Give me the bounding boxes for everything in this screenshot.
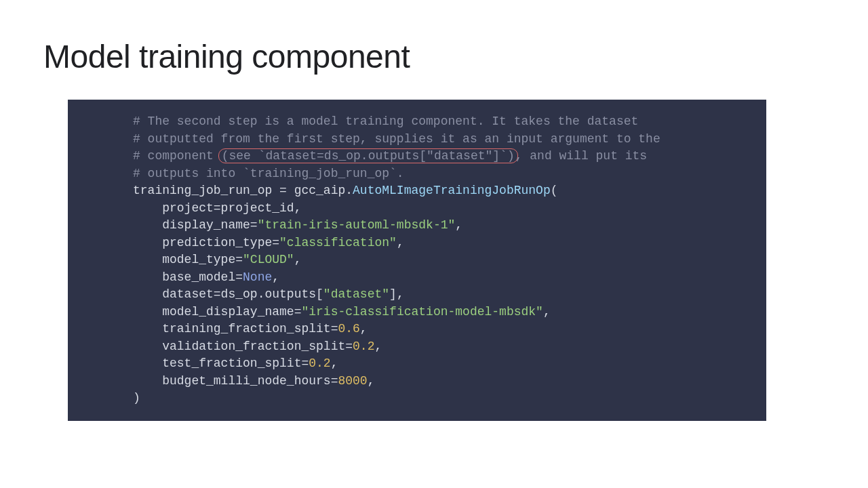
code-arg: model_type= (133, 253, 243, 266)
code-arg: budget_milli_node_hours= (133, 374, 338, 388)
code-text: , (374, 340, 382, 353)
code-string: "dataset" (323, 287, 389, 301)
code-text: , (397, 236, 404, 249)
code-arg: project=project_id, (133, 201, 301, 215)
code-comment-line: , and will put its (515, 149, 647, 163)
code-string: "classification" (279, 236, 397, 249)
code-number: 8000 (338, 374, 367, 388)
code-text: ) (133, 391, 140, 405)
code-number: 0.2 (353, 340, 374, 353)
code-arg: test_fraction_split= (133, 357, 309, 370)
code-comment-line: # component (133, 149, 221, 163)
code-highlight: (see `dataset=ds_op.outputs["dataset"]`) (218, 148, 518, 163)
code-string: "train-iris-automl-mbsdk-1" (258, 218, 456, 232)
code-text: ( (551, 184, 558, 197)
code-text: , (294, 253, 302, 266)
code-arg: base_model= (133, 270, 243, 284)
slide-title: Model training component (43, 38, 825, 75)
code-string: "CLOUD" (243, 253, 294, 266)
code-function-name: AutoMLImageTrainingJobRunOp (353, 184, 551, 197)
code-none: None (243, 270, 272, 284)
code-text: , (455, 218, 462, 232)
code-number: 0.2 (309, 357, 330, 370)
code-block: # The second step is a model training co… (68, 100, 766, 421)
code-text: , (368, 374, 375, 388)
code-arg: prediction_type= (133, 236, 279, 249)
code-arg: display_name= (133, 218, 258, 232)
code-text: , (331, 357, 338, 370)
code-comment-line: # outputs into `training_job_run_op`. (133, 167, 404, 180)
code-string: "iris-classification-model-mbsdk" (301, 305, 542, 319)
code-text: , (360, 322, 368, 336)
code-comment-line: # outputted from the first step, supplie… (133, 132, 660, 146)
code-text: , (543, 305, 551, 319)
code-arg: training_fraction_split= (133, 322, 338, 336)
code-arg: dataset=ds_op.outputs[ (133, 287, 323, 301)
code-text: , (272, 270, 279, 284)
code-text: training_job_run_op = gcc_aip. (133, 184, 353, 197)
slide: Model training component # The second st… (0, 0, 868, 488)
code-arg: model_display_name= (133, 305, 301, 319)
code-arg: validation_fraction_split= (133, 340, 353, 353)
code-number: 0.6 (338, 322, 359, 336)
code-text: ], (389, 287, 404, 301)
code-comment-line: # The second step is a model training co… (133, 115, 638, 128)
